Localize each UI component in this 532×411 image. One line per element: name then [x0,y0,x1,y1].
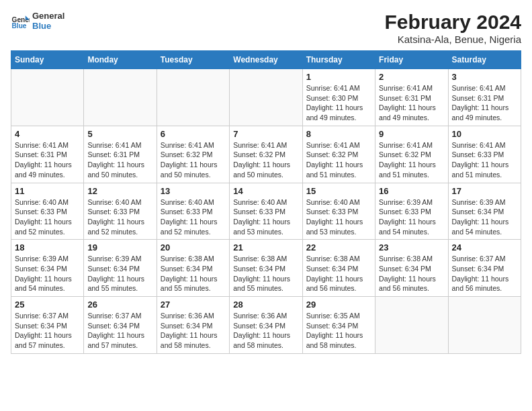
day-info: Sunrise: 6:41 AM Sunset: 6:32 PM Dayligh… [306,140,371,180]
header-tuesday: Tuesday [157,51,229,69]
day-number: 1 [306,72,371,82]
day-info: Sunrise: 6:37 AM Sunset: 6:34 PM Dayligh… [87,311,152,351]
calendar-cell: 15Sunrise: 6:40 AM Sunset: 6:33 PM Dayli… [302,183,375,240]
title-area: February 2024 Katsina-Ala, Benue, Nigeri… [385,11,521,45]
day-info: Sunrise: 6:37 AM Sunset: 6:34 PM Dayligh… [452,254,517,293]
calendar-cell [84,69,157,126]
calendar-cell [448,297,521,354]
day-info: Sunrise: 6:37 AM Sunset: 6:34 PM Dayligh… [15,311,80,351]
calendar-cell: 25Sunrise: 6:37 AM Sunset: 6:34 PM Dayli… [11,297,84,354]
day-number: 21 [233,242,298,253]
day-info: Sunrise: 6:38 AM Sunset: 6:34 PM Dayligh… [306,254,371,293]
day-number: 27 [161,300,226,310]
day-number: 5 [87,129,152,139]
calendar-cell: 2Sunrise: 6:41 AM Sunset: 6:31 PM Daylig… [375,69,448,126]
day-info: Sunrise: 6:39 AM Sunset: 6:34 PM Dayligh… [15,254,80,293]
header-sunday: Sunday [11,51,84,69]
day-info: Sunrise: 6:41 AM Sunset: 6:33 PM Dayligh… [452,140,517,180]
calendar-cell: 21Sunrise: 6:38 AM Sunset: 6:34 PM Dayli… [230,240,302,297]
calendar-cell: 26Sunrise: 6:37 AM Sunset: 6:34 PM Dayli… [84,297,157,354]
day-number: 26 [87,300,152,310]
calendar-cell [11,69,84,126]
day-info: Sunrise: 6:39 AM Sunset: 6:34 PM Dayligh… [452,197,517,237]
calendar-cell: 17Sunrise: 6:39 AM Sunset: 6:34 PM Dayli… [448,183,521,240]
day-number: 23 [379,242,444,253]
day-info: Sunrise: 6:38 AM Sunset: 6:34 PM Dayligh… [161,254,226,293]
calendar-cell [230,69,302,126]
header-monday: Monday [84,51,157,69]
day-info: Sunrise: 6:40 AM Sunset: 6:33 PM Dayligh… [87,197,152,237]
week-row-1: 4Sunrise: 6:41 AM Sunset: 6:31 PM Daylig… [11,126,521,183]
day-number: 19 [87,242,152,253]
day-info: Sunrise: 6:35 AM Sunset: 6:34 PM Dayligh… [306,311,371,351]
day-info: Sunrise: 6:41 AM Sunset: 6:31 PM Dayligh… [452,83,517,123]
header: General Blue General Blue February 2024 … [11,11,521,45]
calendar-cell: 14Sunrise: 6:40 AM Sunset: 6:33 PM Dayli… [230,183,302,240]
day-info: Sunrise: 6:38 AM Sunset: 6:34 PM Dayligh… [379,254,444,293]
day-number: 16 [379,186,444,196]
day-info: Sunrise: 6:39 AM Sunset: 6:34 PM Dayligh… [87,254,152,293]
calendar-cell: 8Sunrise: 6:41 AM Sunset: 6:32 PM Daylig… [302,126,375,183]
day-number: 14 [233,186,298,196]
day-info: Sunrise: 6:41 AM Sunset: 6:30 PM Dayligh… [306,83,371,123]
day-info: Sunrise: 6:40 AM Sunset: 6:33 PM Dayligh… [306,197,371,237]
logo: General Blue General Blue [11,11,64,31]
calendar-cell: 7Sunrise: 6:41 AM Sunset: 6:32 PM Daylig… [230,126,302,183]
logo-icon: General Blue [11,11,30,30]
calendar-table: SundayMondayTuesdayWednesdayThursdayFrid… [11,50,521,354]
day-number: 15 [306,186,371,196]
day-number: 18 [15,242,80,253]
calendar-cell: 5Sunrise: 6:41 AM Sunset: 6:31 PM Daylig… [84,126,157,183]
day-info: Sunrise: 6:41 AM Sunset: 6:32 PM Dayligh… [233,140,298,180]
day-number: 8 [306,129,371,139]
day-info: Sunrise: 6:36 AM Sunset: 6:34 PM Dayligh… [233,311,298,351]
header-saturday: Saturday [448,51,521,69]
calendar-cell: 12Sunrise: 6:40 AM Sunset: 6:33 PM Dayli… [84,183,157,240]
day-number: 25 [15,300,80,310]
day-info: Sunrise: 6:36 AM Sunset: 6:34 PM Dayligh… [161,311,226,351]
day-number: 2 [379,72,444,82]
calendar-cell: 27Sunrise: 6:36 AM Sunset: 6:34 PM Dayli… [157,297,229,354]
calendar-cell: 24Sunrise: 6:37 AM Sunset: 6:34 PM Dayli… [448,240,521,297]
calendar-cell: 4Sunrise: 6:41 AM Sunset: 6:31 PM Daylig… [11,126,84,183]
day-number: 29 [306,300,371,310]
day-number: 11 [15,186,80,196]
calendar-cell: 29Sunrise: 6:35 AM Sunset: 6:34 PM Dayli… [302,297,375,354]
day-info: Sunrise: 6:41 AM Sunset: 6:32 PM Dayligh… [161,140,226,180]
day-number: 20 [161,242,226,253]
header-friday: Friday [375,51,448,69]
calendar-cell: 18Sunrise: 6:39 AM Sunset: 6:34 PM Dayli… [11,240,84,297]
calendar-cell: 28Sunrise: 6:36 AM Sunset: 6:34 PM Dayli… [230,297,302,354]
calendar-cell: 13Sunrise: 6:40 AM Sunset: 6:33 PM Dayli… [157,183,229,240]
day-number: 6 [161,129,226,139]
day-number: 7 [233,129,298,139]
day-number: 12 [87,186,152,196]
calendar-cell: 19Sunrise: 6:39 AM Sunset: 6:34 PM Dayli… [84,240,157,297]
day-info: Sunrise: 6:40 AM Sunset: 6:33 PM Dayligh… [15,197,80,237]
day-number: 9 [379,129,444,139]
calendar-cell: 11Sunrise: 6:40 AM Sunset: 6:33 PM Dayli… [11,183,84,240]
day-number: 28 [233,300,298,310]
calendar-cell: 20Sunrise: 6:38 AM Sunset: 6:34 PM Dayli… [157,240,229,297]
week-row-4: 25Sunrise: 6:37 AM Sunset: 6:34 PM Dayli… [11,297,521,354]
day-info: Sunrise: 6:38 AM Sunset: 6:34 PM Dayligh… [233,254,298,293]
calendar-cell: 22Sunrise: 6:38 AM Sunset: 6:34 PM Dayli… [302,240,375,297]
svg-text:Blue: Blue [12,22,27,30]
logo-general: General [32,11,64,21]
header-wednesday: Wednesday [230,51,302,69]
day-number: 17 [452,186,517,196]
calendar-header-row: SundayMondayTuesdayWednesdayThursdayFrid… [11,51,521,69]
calendar-cell: 6Sunrise: 6:41 AM Sunset: 6:32 PM Daylig… [157,126,229,183]
day-info: Sunrise: 6:40 AM Sunset: 6:33 PM Dayligh… [161,197,226,237]
calendar-cell: 9Sunrise: 6:41 AM Sunset: 6:32 PM Daylig… [375,126,448,183]
calendar-cell: 1Sunrise: 6:41 AM Sunset: 6:30 PM Daylig… [302,69,375,126]
day-info: Sunrise: 6:40 AM Sunset: 6:33 PM Dayligh… [233,197,298,237]
week-row-3: 18Sunrise: 6:39 AM Sunset: 6:34 PM Dayli… [11,240,521,297]
calendar-subtitle: Katsina-Ala, Benue, Nigeria [385,34,521,45]
calendar-cell [157,69,229,126]
day-info: Sunrise: 6:39 AM Sunset: 6:33 PM Dayligh… [379,197,444,237]
day-number: 4 [15,129,80,139]
calendar-title: February 2024 [385,11,521,34]
calendar-cell: 10Sunrise: 6:41 AM Sunset: 6:33 PM Dayli… [448,126,521,183]
week-row-2: 11Sunrise: 6:40 AM Sunset: 6:33 PM Dayli… [11,183,521,240]
